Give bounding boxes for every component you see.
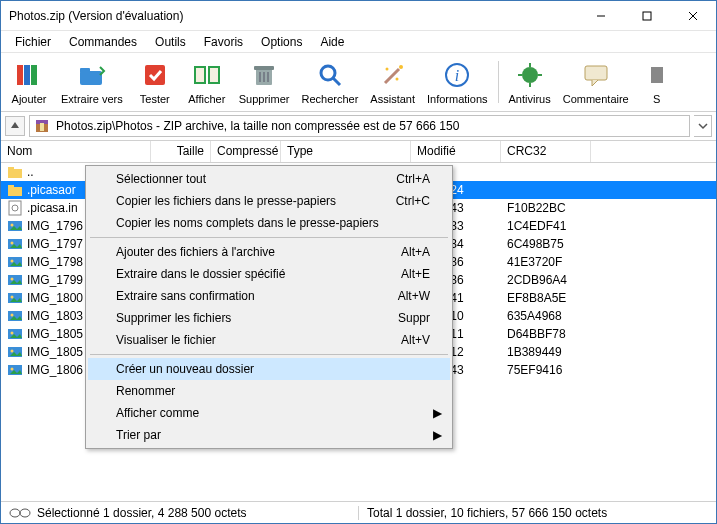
archive-icon	[34, 118, 50, 134]
svg-rect-37	[9, 201, 21, 215]
ctx-extract-noconfirm[interactable]: Extraire sans confirmationAlt+W	[88, 285, 450, 307]
menu-file[interactable]: Fichier	[7, 33, 59, 51]
svg-point-18	[399, 65, 403, 69]
svg-point-50	[11, 314, 14, 317]
address-field[interactable]: Photos.zip\Photos - ZIP archive, la tail…	[29, 115, 690, 137]
menu-favorites[interactable]: Favoris	[196, 33, 251, 51]
svg-line-16	[333, 78, 340, 85]
toolbar-comment-button[interactable]: Commentaire	[557, 57, 635, 107]
col-size[interactable]: Taille	[151, 141, 211, 162]
svg-point-46	[11, 278, 14, 281]
svg-text:i: i	[455, 67, 459, 84]
svg-rect-4	[17, 65, 23, 85]
chevron-right-icon: ▶	[433, 406, 442, 420]
toolbar-delete-label: Supprimer	[239, 93, 290, 105]
svg-point-44	[11, 260, 14, 263]
context-menu: Sélectionner toutCtrl+A Copier les fichi…	[85, 165, 453, 449]
toolbar-assistant-label: Assistant	[370, 93, 415, 105]
address-bar: Photos.zip\Photos - ZIP archive, la tail…	[1, 112, 716, 141]
toolbar-sfx-button[interactable]: S	[635, 57, 679, 107]
status-total: Total 1 dossier, 10 fichiers, 57 666 150…	[359, 506, 716, 520]
svg-point-57	[10, 509, 20, 517]
virus-icon	[514, 59, 546, 91]
toolbar-sfx-label: S	[653, 93, 660, 105]
status-bar: Sélectionné 1 dossier, 4 288 500 octets …	[1, 501, 716, 523]
svg-point-19	[385, 68, 388, 71]
svg-rect-9	[145, 65, 165, 85]
test-icon	[139, 59, 171, 91]
svg-rect-1	[643, 12, 651, 20]
toolbar-search-button[interactable]: Rechercher	[296, 57, 365, 107]
toolbar-info-label: Informations	[427, 93, 488, 105]
svg-point-54	[11, 350, 14, 353]
toolbar-search-label: Rechercher	[302, 93, 359, 105]
toolbar-test-button[interactable]: Tester	[129, 57, 181, 107]
svg-point-58	[20, 509, 30, 517]
ctx-copy-names[interactable]: Copier les noms complets dans le presse-…	[88, 212, 450, 234]
toolbar-extract-label: Extraire vers	[61, 93, 123, 105]
folder-out-icon	[76, 59, 108, 91]
col-modified[interactable]: Modifié	[411, 141, 501, 162]
ctx-add-files[interactable]: Ajouter des fichiers à l'archiveAlt+A	[88, 241, 450, 263]
trash-icon	[248, 59, 280, 91]
column-headers: Nom Taille Compressé Type Modifié CRC32	[1, 141, 716, 163]
svg-line-17	[385, 69, 399, 83]
col-type[interactable]: Type	[281, 141, 411, 162]
svg-point-20	[395, 78, 398, 81]
address-text: Photos.zip\Photos - ZIP archive, la tail…	[56, 119, 459, 133]
svg-rect-32	[40, 123, 44, 131]
menubar: Fichier Commandes Outils Favoris Options…	[1, 31, 716, 53]
col-compressed[interactable]: Compressé	[211, 141, 281, 162]
info-icon: i	[441, 59, 473, 91]
toolbar-assistant-button[interactable]: Assistant	[364, 57, 421, 107]
ctx-display-as[interactable]: Afficher comme▶	[88, 402, 450, 424]
ctx-extract-specified[interactable]: Extraire dans le dossier spécifiéAlt+E	[88, 263, 450, 285]
svg-rect-34	[8, 167, 14, 171]
svg-point-40	[11, 224, 14, 227]
toolbar-comment-label: Commentaire	[563, 93, 629, 105]
col-name[interactable]: Nom	[1, 141, 151, 162]
svg-point-52	[11, 332, 14, 335]
wand-icon	[377, 59, 409, 91]
minimize-button[interactable]	[578, 1, 624, 31]
ctx-view-file[interactable]: Visualiser le fichierAlt+V	[88, 329, 450, 351]
menu-commands[interactable]: Commandes	[61, 33, 145, 51]
ctx-select-all[interactable]: Sélectionner toutCtrl+A	[88, 168, 450, 190]
svg-rect-36	[8, 185, 14, 189]
up-button[interactable]	[5, 116, 25, 136]
window-title: Photos.zip (Version d'évaluation)	[9, 9, 578, 23]
toolbar-delete-button[interactable]: Supprimer	[233, 57, 296, 107]
svg-rect-8	[80, 68, 90, 73]
ctx-delete-files[interactable]: Supprimer les fichiersSuppr	[88, 307, 450, 329]
menu-options[interactable]: Options	[253, 33, 310, 51]
svg-rect-7	[80, 71, 102, 85]
ctx-sort-by[interactable]: Trier par▶	[88, 424, 450, 446]
ctx-copy-files[interactable]: Copier les fichiers dans le presse-papie…	[88, 190, 450, 212]
col-crc[interactable]: CRC32	[501, 141, 591, 162]
maximize-button[interactable]	[624, 1, 670, 31]
svg-rect-28	[585, 66, 607, 80]
book-open-icon	[191, 59, 223, 91]
ctx-separator	[90, 237, 448, 238]
svg-rect-5	[24, 65, 30, 85]
toolbar-antivirus-button[interactable]: Antivirus	[503, 57, 557, 107]
toolbar-test-label: Tester	[140, 93, 170, 105]
toolbar-info-button[interactable]: i Informations	[421, 57, 494, 107]
close-button[interactable]	[670, 1, 716, 31]
toolbar-separator	[498, 61, 499, 103]
books-icon	[13, 59, 45, 91]
toolbar-add-button[interactable]: Ajouter	[3, 57, 55, 107]
ctx-new-folder[interactable]: Créer un nouveau dossier	[88, 358, 450, 380]
toolbar-view-label: Afficher	[188, 93, 225, 105]
toolbar-extract-button[interactable]: Extraire vers	[55, 57, 129, 107]
svg-point-48	[11, 296, 14, 299]
toolbar-view-button[interactable]: Afficher	[181, 57, 233, 107]
svg-rect-11	[254, 66, 274, 70]
toolbar: Ajouter Extraire vers Tester Afficher Su…	[1, 53, 716, 112]
ctx-rename[interactable]: Renommer	[88, 380, 450, 402]
svg-point-42	[11, 242, 14, 245]
menu-tools[interactable]: Outils	[147, 33, 194, 51]
menu-help[interactable]: Aide	[312, 33, 352, 51]
svg-rect-6	[31, 65, 37, 85]
address-dropdown[interactable]	[694, 115, 712, 137]
